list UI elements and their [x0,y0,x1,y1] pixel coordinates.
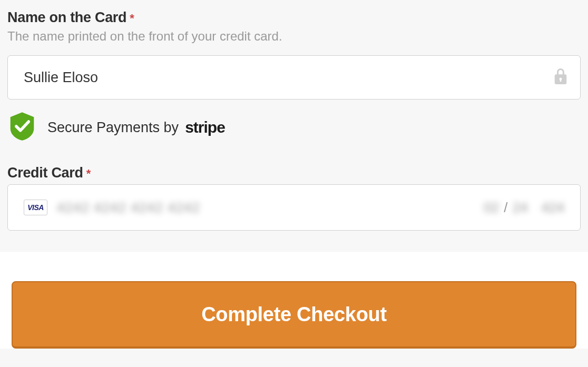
card-brand-icon: VISA [24,200,47,215]
name-on-card-label: Name on the Card * [7,9,581,26]
submit-section: Complete Checkout [0,252,588,349]
credit-card-label: Credit Card * [7,165,581,181]
cvc-masked: 424 [542,200,564,216]
shield-check-icon [7,111,37,144]
card-number-masked: 4242 4242 4242 4242 [57,200,474,216]
credit-card-input[interactable]: VISA 4242 4242 4242 4242 02 / 24 424 [7,184,581,231]
card-extra: 02 / 24 424 [484,200,564,216]
complete-checkout-button[interactable]: Complete Checkout [12,281,576,349]
label-text: Name on the Card [7,9,126,26]
name-on-card-help: The name printed on the front of your cr… [7,29,581,44]
label-text: Credit Card [7,165,83,181]
exp-month: 02 [484,200,499,215]
secure-payments-row: Secure Payments by stripe [7,111,581,144]
card-brand-text: VISA [27,203,44,212]
required-asterisk: * [130,12,134,25]
secure-text-label: Secure Payments by [47,120,179,136]
exp-separator: / [503,200,508,215]
lock-icon [553,67,569,88]
required-asterisk: * [86,167,91,181]
name-on-card-input-wrapper[interactable] [7,55,581,100]
name-on-card-input[interactable] [24,70,564,86]
secure-payments-text: Secure Payments by stripe [47,118,225,136]
stripe-logo: stripe [185,118,225,136]
payment-fields-section: Name on the Card * The name printed on t… [0,0,588,252]
exp-year: 24 [513,200,528,215]
